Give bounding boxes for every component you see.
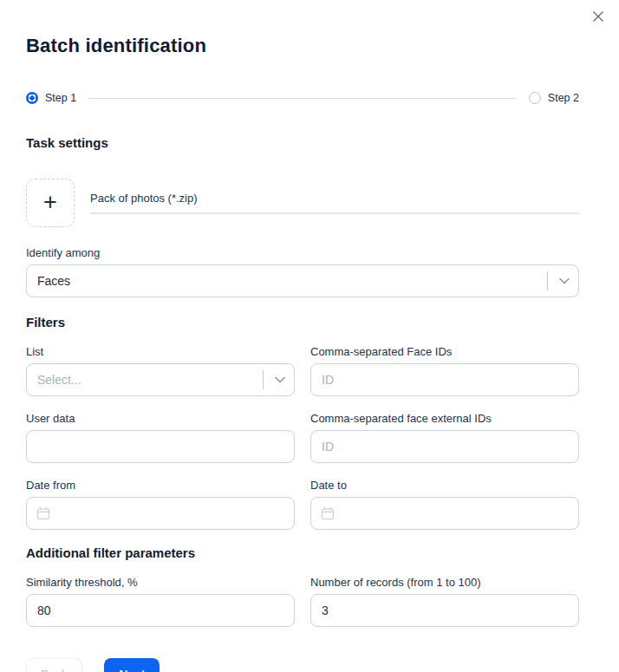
identify-among-input[interactable] [26, 264, 579, 297]
step-1-label: Step 1 [45, 92, 76, 104]
external-ids-field: Comma-separated face external IDs [310, 412, 579, 463]
date-from-field: Date from [26, 479, 295, 530]
upload-field: Pack of photos (*.zip) [90, 179, 579, 227]
user-data-input[interactable] [26, 430, 295, 463]
page-title: Batch identification [26, 35, 579, 57]
upload-row: + Pack of photos (*.zip) [26, 179, 579, 227]
records-input[interactable] [310, 594, 579, 627]
filters-heading: Filters [26, 315, 579, 329]
additional-filters-heading: Additional filter parameters [26, 545, 579, 560]
list-select[interactable] [26, 363, 295, 396]
dialog-actions: Back Next [26, 658, 579, 672]
stepper-connector-line [88, 98, 517, 99]
similarity-input[interactable] [26, 594, 295, 627]
step-1-radio-icon [26, 92, 38, 104]
upload-underline [90, 212, 579, 214]
similarity-label: Similarity threshold, % [26, 576, 295, 589]
close-button[interactable] [590, 9, 606, 24]
plus-icon: + [43, 191, 57, 214]
face-ids-field: Comma-separated Face IDs [310, 345, 579, 396]
task-settings-heading: Task settings [26, 135, 579, 150]
upload-label: Pack of photos (*.zip) [90, 192, 579, 205]
date-from-picker[interactable] [26, 497, 295, 530]
filters-grid: List Comma-separated Face IDs User data … [26, 345, 579, 545]
date-to-field: Date to [310, 479, 579, 530]
external-ids-label: Comma-separated face external IDs [310, 412, 579, 425]
user-data-label: User data [26, 412, 295, 425]
batch-identification-dialog: Batch identification Step 1 Step 2 Task … [26, 0, 579, 672]
close-icon [592, 10, 604, 23]
select-divider [547, 271, 548, 290]
identify-among-label: Identify among [26, 246, 579, 259]
records-label: Number of records (from 1 to 100) [310, 576, 579, 589]
date-from-label: Date from [26, 479, 295, 492]
face-ids-label: Comma-separated Face IDs [310, 345, 579, 358]
date-to-picker[interactable] [310, 497, 579, 530]
upload-photos-button[interactable]: + [26, 179, 75, 227]
step-2-label: Step 2 [548, 92, 579, 104]
similarity-field: Similarity threshold, % [26, 576, 295, 627]
records-field: Number of records (from 1 to 100) [310, 576, 579, 627]
date-to-input[interactable] [310, 497, 579, 530]
step-1-item: Step 1 [26, 92, 76, 104]
user-data-field: User data [26, 412, 295, 463]
date-to-label: Date to [310, 479, 579, 492]
step-2-radio-icon [529, 92, 541, 104]
identify-among-select[interactable] [26, 264, 579, 297]
date-from-input[interactable] [26, 497, 295, 530]
list-select-input[interactable] [26, 363, 295, 396]
list-label: List [26, 345, 295, 358]
additional-filters-grid: Similarity threshold, % Number of record… [26, 576, 579, 643]
list-field: List [26, 345, 295, 396]
step-2-item: Step 2 [529, 92, 579, 104]
wizard-stepper: Step 1 Step 2 [26, 92, 579, 104]
back-button[interactable]: Back [26, 658, 82, 672]
next-button[interactable]: Next [104, 658, 160, 672]
face-ids-input[interactable] [310, 363, 579, 396]
identify-among-field: Identify among [26, 246, 579, 297]
external-ids-input[interactable] [310, 430, 579, 463]
select-divider [263, 370, 264, 389]
